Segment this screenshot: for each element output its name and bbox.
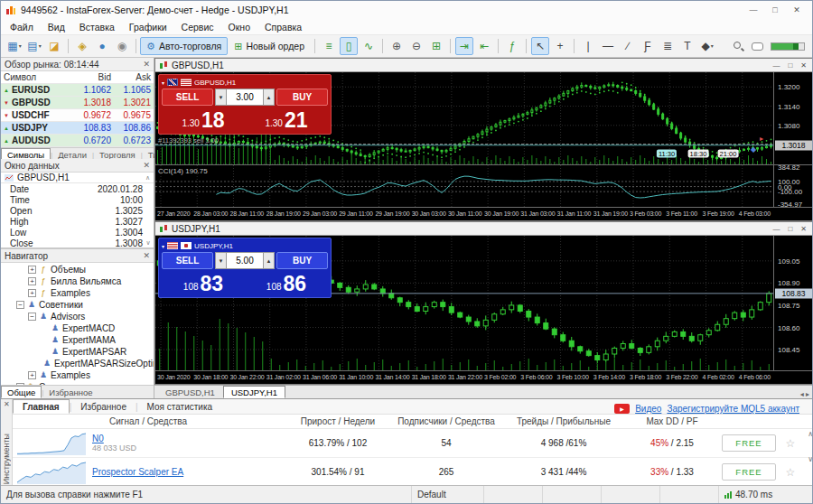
buy-button[interactable]: BUY: [276, 252, 328, 269]
indicators-button[interactable]: ƒ: [503, 37, 521, 55]
chevron-down-icon[interactable]: ▾: [162, 79, 164, 86]
text-button[interactable]: T: [678, 37, 696, 55]
time-axis[interactable]: 30 Jan 202030 Jan 18:0030 Jan 22:0031 Ja…: [155, 370, 813, 384]
expand-icon[interactable]: +: [28, 266, 36, 274]
chevron-down-icon[interactable]: ▾: [162, 243, 164, 249]
market-watch-row[interactable]: ▼USDCHF0.96720.9675: [1, 109, 154, 122]
menu-6[interactable]: Справка: [257, 21, 309, 33]
toolbox-tab-2[interactable]: Моя статистика: [138, 399, 222, 414]
minimize-icon[interactable]: —: [743, 3, 764, 17]
market-watch-row[interactable]: ▼GBPUSD1.30181.3021: [1, 97, 154, 109]
new-chart-button[interactable]: ▦▾: [5, 37, 23, 55]
history-center-button[interactable]: ◪: [45, 37, 63, 55]
profiles-button[interactable]: ▤▾: [25, 37, 43, 55]
tile-windows-button[interactable]: ⊞: [427, 37, 445, 55]
signal-name-link[interactable]: Prospector Scalper EA: [92, 467, 183, 477]
hline-button[interactable]: —: [599, 37, 617, 55]
navigator-tab-1[interactable]: Избранное: [43, 386, 98, 398]
volume-value[interactable]: 3.00: [227, 89, 263, 106]
status-profile[interactable]: Default: [412, 486, 484, 503]
chart-canvas[interactable]: CCI(14) 190.751.32001.31401.3080384.8210…: [155, 72, 813, 220]
maximize-icon[interactable]: □: [788, 225, 792, 233]
sell-button[interactable]: SELL: [162, 252, 213, 269]
video-icon[interactable]: ▶: [614, 404, 630, 414]
price-axis[interactable]: 1.32001.31401.3080384.82100.000.00-100.0…: [773, 72, 813, 207]
scroll-up-icon[interactable]: ∧: [808, 430, 813, 438]
close-icon[interactable]: ✕: [786, 3, 808, 17]
chart-window-titlebar[interactable]: USDJPY,H1—□✕: [155, 222, 813, 236]
signal-row[interactable]: Prospector Scalper EA301.54% / 912653 43…: [13, 458, 813, 487]
menu-2[interactable]: Вставка: [72, 21, 122, 33]
volume-down-icon[interactable]: ▼: [215, 252, 227, 269]
close-icon[interactable]: ✕: [800, 61, 807, 70]
navigator-item[interactable]: ♟ExpertMAPSARSizeOptim: [1, 358, 154, 369]
signal-row[interactable]: N048 033 USD613.79% / 102544 968 /61%45%…: [13, 429, 813, 458]
toolbox-tab-1[interactable]: Избранное: [71, 399, 136, 414]
market-watch-row[interactable]: ▲AUDUSD0.67200.6723: [1, 135, 154, 147]
menu-4[interactable]: Сервис: [174, 21, 221, 33]
search-icon[interactable]: [733, 41, 744, 52]
chart-canvas[interactable]: 109.05108.90108.75108.60108.45108.8330 J…: [155, 236, 813, 384]
auto-scroll-button[interactable]: ⇥: [455, 37, 473, 55]
vline-button[interactable]: |: [579, 37, 597, 55]
market-watch-button[interactable]: ◈: [73, 37, 91, 55]
minimize-icon[interactable]: —: [772, 61, 780, 70]
close-icon[interactable]: ✕: [143, 251, 150, 260]
chat-icon[interactable]: [752, 42, 763, 51]
time-axis[interactable]: 27 Jan 202028 Jan 03:0028 Jan 11:0028 Ja…: [155, 207, 813, 220]
expand-icon[interactable]: +: [28, 289, 36, 297]
objects-button[interactable]: ◆▾: [698, 37, 716, 55]
close-icon[interactable]: ✕: [143, 60, 150, 69]
signals-radio-button[interactable]: ◉: [113, 37, 131, 55]
sell-price[interactable]: 10883: [162, 270, 245, 294]
navigator-item[interactable]: ♟ExpertMACD: [1, 322, 154, 334]
navigator-item[interactable]: ♟ExpertMAPSAR: [1, 346, 154, 358]
chevron-down-icon[interactable]: ∨: [143, 239, 154, 247]
autotrade-button[interactable]: ⚙Авто-торговля: [140, 37, 228, 55]
community-button[interactable]: ●: [93, 37, 111, 55]
maximize-icon[interactable]: □: [788, 61, 792, 70]
minimize-icon[interactable]: —: [772, 225, 780, 233]
chart-shift-button[interactable]: ⇤: [475, 37, 493, 55]
maximize-icon[interactable]: □: [764, 3, 786, 17]
free-button[interactable]: FREE: [722, 463, 776, 481]
navigator-item[interactable]: +ƒExamples: [1, 287, 154, 299]
market-watch-row[interactable]: ▲EURUSD1.10621.1065: [1, 84, 154, 97]
toolbox-tab-0[interactable]: Главная: [13, 399, 70, 414]
tab-scroll-arrows[interactable]: ◂ ▸: [800, 390, 813, 398]
scroll-down-icon[interactable]: ∨: [808, 455, 813, 463]
free-button[interactable]: FREE: [722, 434, 776, 452]
video-link[interactable]: Видео: [635, 404, 661, 414]
collapse-icon[interactable]: −: [16, 301, 24, 309]
mql5-register-link[interactable]: Зарегистрируйте MQL5 аккаунт: [667, 404, 799, 414]
price-axis[interactable]: 109.05108.90108.75108.60108.45108.83: [773, 236, 813, 370]
buy-price[interactable]: 1.3021: [245, 107, 328, 131]
crosshair-button[interactable]: +: [551, 37, 569, 55]
line-chart-button[interactable]: ∿: [360, 37, 378, 55]
expand-icon[interactable]: +: [28, 277, 36, 285]
navigator-item[interactable]: ♟ExpertMAMA: [1, 334, 154, 346]
buy-price[interactable]: 10886: [245, 270, 328, 294]
menu-1[interactable]: Вид: [41, 21, 72, 33]
navigator-item[interactable]: +♟Examples: [1, 369, 154, 381]
chart-tab-0[interactable]: GBPUSD,H1: [157, 386, 223, 398]
zoom-in-button[interactable]: ⊕: [388, 37, 406, 55]
favorite-star-icon[interactable]: ☆: [780, 437, 800, 450]
trendline-button[interactable]: ∕: [619, 37, 637, 55]
sell-price[interactable]: 1.3018: [162, 107, 245, 131]
close-icon[interactable]: ✕: [4, 400, 10, 408]
collapse-icon[interactable]: −: [28, 313, 36, 321]
chart-window-titlebar[interactable]: GBPUSD,H1—□✕: [155, 59, 813, 72]
menu-5[interactable]: Окно: [221, 21, 257, 33]
buy-button[interactable]: BUY: [276, 89, 328, 106]
signal-name-link[interactable]: N0: [92, 434, 136, 443]
bars-chart-button[interactable]: ≡: [320, 37, 338, 55]
channel-button[interactable]: ≣: [659, 37, 677, 55]
volume-value[interactable]: 5.00: [227, 252, 263, 269]
volume-up-icon[interactable]: ▲: [263, 252, 275, 269]
navigator-item[interactable]: −♟Advisors: [1, 311, 154, 322]
menu-3[interactable]: Графики: [122, 21, 174, 33]
volume-up-icon[interactable]: ▲: [263, 89, 275, 106]
new-order-button[interactable]: ⊞Новый ордер: [228, 37, 311, 55]
close-icon[interactable]: ✕: [143, 161, 150, 170]
